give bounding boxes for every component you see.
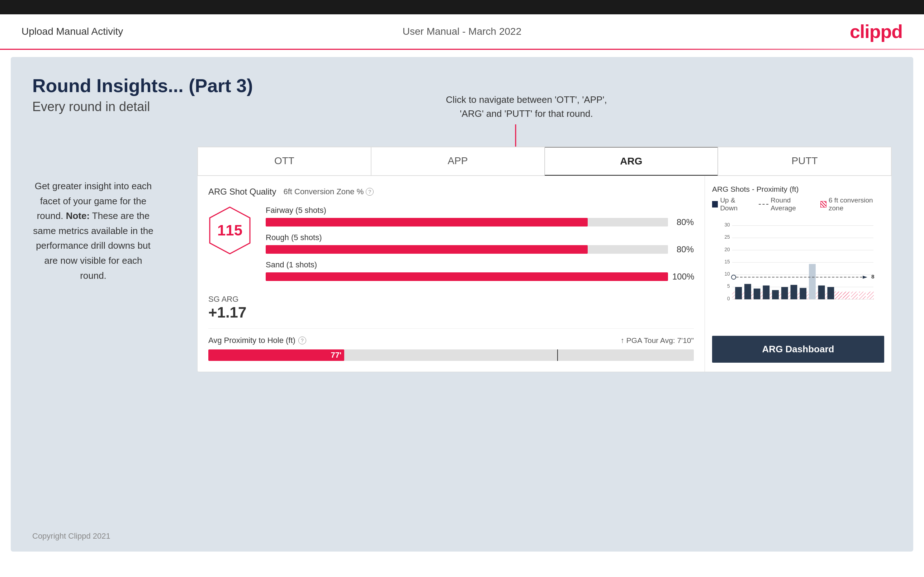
hex-value: 115 <box>217 222 242 239</box>
svg-point-38 <box>732 275 736 279</box>
bar-fill-rough <box>266 245 588 254</box>
svg-text:10: 10 <box>724 271 730 277</box>
svg-rect-21 <box>735 287 742 299</box>
bar-track-fairway <box>266 218 668 227</box>
conversion-subtitle: 6ft Conversion Zone % ? <box>283 187 374 197</box>
svg-text:30: 30 <box>724 222 730 227</box>
main-content: Round Insights... (Part 3) Every round i… <box>11 57 913 551</box>
svg-text:20: 20 <box>724 247 730 252</box>
svg-rect-22 <box>745 284 751 299</box>
svg-rect-34 <box>851 292 858 299</box>
svg-rect-35 <box>859 292 866 299</box>
proximity-section: Avg Proximity to Hole (ft) ? ↑ PGA Tour … <box>208 328 694 361</box>
proximity-title: Avg Proximity to Hole (ft) ? <box>208 336 306 345</box>
svg-rect-33 <box>843 292 850 299</box>
svg-rect-29 <box>809 264 816 300</box>
bar-track-rough <box>266 245 668 254</box>
svg-rect-36 <box>867 292 874 299</box>
upload-manual-label: Upload Manual Activity <box>21 26 123 37</box>
hexagon-badge: 115 <box>208 206 251 255</box>
chart-svg: 0 5 10 15 20 25 30 <box>712 218 884 304</box>
bar-row-fairway: Fairway (5 shots) 80% <box>266 206 694 227</box>
tab-arg[interactable]: ARG <box>544 147 718 176</box>
footer-copyright: Copyright Clippd 2021 <box>32 532 110 541</box>
conversion-help-icon[interactable]: ? <box>366 188 374 196</box>
legend-conversion: 6 ft conversion zone <box>821 197 884 212</box>
proximity-header: Avg Proximity to Hole (ft) ? ↑ PGA Tour … <box>208 336 694 345</box>
sg-label: SG ARG <box>208 295 694 304</box>
document-title: User Manual - March 2022 <box>403 26 521 37</box>
header-divider <box>0 49 924 50</box>
bar-pct-sand: 100% <box>672 272 694 282</box>
hex-container: 115 Fairway (5 shots) 80% <box>208 206 694 287</box>
svg-rect-30 <box>818 285 825 300</box>
svg-text:0: 0 <box>727 296 730 301</box>
bar-container-fairway: 80% <box>266 217 694 227</box>
shot-bars: Fairway (5 shots) 80% Rough (5 shots) <box>266 206 694 287</box>
bar-label-fairway: Fairway (5 shots) <box>266 206 694 215</box>
svg-text:15: 15 <box>724 259 730 264</box>
proximity-cursor <box>557 350 558 361</box>
legend-roundavg: Round Average <box>759 197 814 212</box>
bar-pct-rough: 80% <box>672 244 694 255</box>
svg-text:5: 5 <box>727 284 730 289</box>
tabs-row: OTT APP ARG PUTT <box>197 147 892 176</box>
bar-container-sand: 100% <box>266 272 694 282</box>
nav-annotation-text: Click to navigate between 'OTT', 'APP','… <box>446 93 607 121</box>
bar-row-sand: Sand (1 shots) 100% <box>266 260 694 282</box>
svg-rect-27 <box>791 285 798 299</box>
proximity-value: 77' <box>331 350 341 360</box>
svg-rect-24 <box>762 285 769 300</box>
chart-header: ARG Shots - Proximity (ft) <box>712 185 884 193</box>
shot-quality-title: ARG Shot Quality <box>208 187 276 197</box>
legend-conversion-icon <box>821 201 827 208</box>
svg-text:25: 25 <box>724 234 730 240</box>
right-panel: ARG Shots - Proximity (ft) Up & Down Rou… <box>705 176 892 372</box>
bar-track-sand <box>266 272 668 281</box>
proximity-avg: ↑ PGA Tour Avg: 7'10" <box>621 336 694 345</box>
svg-rect-28 <box>800 288 806 299</box>
bar-row-rough: Rough (5 shots) 80% <box>266 233 694 255</box>
legend-updown-icon <box>712 201 718 208</box>
legend-roundavg-icon <box>759 204 768 205</box>
top-bar <box>0 0 924 15</box>
bar-fill-sand <box>266 272 668 281</box>
svg-rect-23 <box>754 288 761 299</box>
header: Upload Manual Activity User Manual - Mar… <box>0 15 924 49</box>
tab-putt[interactable]: PUTT <box>718 147 892 176</box>
proximity-bar-fill: 77' <box>208 350 344 361</box>
bar-fill-fairway <box>266 218 588 227</box>
svg-rect-26 <box>781 287 788 299</box>
sg-value: +1.17 <box>208 304 694 321</box>
section-header: ARG Shot Quality 6ft Conversion Zone % ? <box>208 187 694 197</box>
tab-ott[interactable]: OTT <box>197 147 371 176</box>
svg-marker-39 <box>863 276 867 279</box>
left-panel: ARG Shot Quality 6ft Conversion Zone % ?… <box>197 176 705 372</box>
tab-app[interactable]: APP <box>371 147 544 176</box>
svg-rect-32 <box>835 292 842 299</box>
proximity-help-icon[interactable]: ? <box>298 337 306 345</box>
proximity-bar-track: 77' <box>208 350 694 361</box>
dashboard-panel: OTT APP ARG PUTT ARG Shot Quality 6ft Co… <box>197 147 892 372</box>
panel-content: ARG Shot Quality 6ft Conversion Zone % ?… <box>197 176 892 372</box>
chart-svg-container: 0 5 10 15 20 25 30 <box>712 218 884 332</box>
clippd-logo: clippd <box>850 21 903 42</box>
note-bold: Note: <box>66 210 90 221</box>
svg-text:8: 8 <box>871 274 874 280</box>
sg-section: SG ARG +1.17 <box>208 295 694 321</box>
bar-label-sand: Sand (1 shots) <box>266 260 694 269</box>
bar-label-rough: Rough (5 shots) <box>266 233 694 242</box>
bar-container-rough: 80% <box>266 244 694 255</box>
legend-updown: Up & Down <box>712 197 751 212</box>
bar-pct-fairway: 80% <box>672 217 694 227</box>
svg-rect-31 <box>827 287 834 299</box>
left-description: Get greater insight into each facet of y… <box>32 179 154 283</box>
svg-rect-25 <box>772 290 779 299</box>
chart-legend: Up & Down Round Average 6 ft conversion … <box>712 197 884 212</box>
arg-dashboard-button[interactable]: ARG Dashboard <box>712 336 884 363</box>
